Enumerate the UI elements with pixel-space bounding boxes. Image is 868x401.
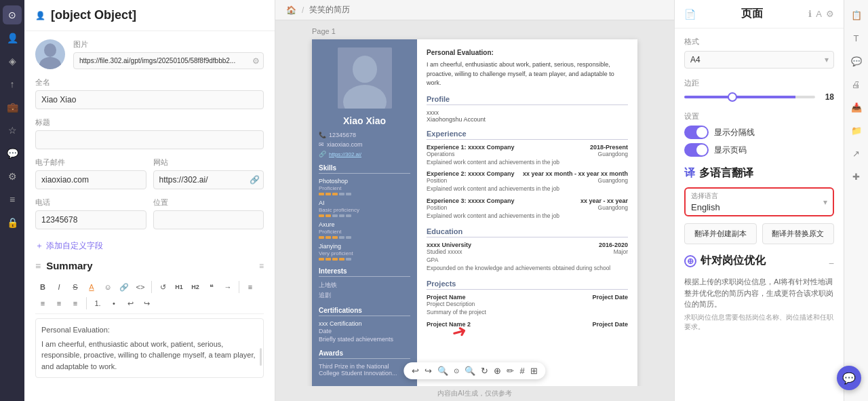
zoom-fit-btn[interactable]: ⊙ bbox=[454, 367, 459, 375]
website-link-icon[interactable]: 🔗 bbox=[250, 175, 260, 185]
table-btn[interactable]: ⊞ bbox=[530, 366, 538, 376]
align-left-btn[interactable]: ≡ bbox=[243, 280, 258, 294]
add-field-button[interactable]: ＋ 添加自定义字段 bbox=[35, 237, 264, 254]
lang-select-wrap: 选择语言 English Chinese Japanese Korean Fre… bbox=[684, 187, 834, 216]
fullname-section: 全名 bbox=[35, 77, 264, 109]
format-select[interactable]: A4 Letter A3 bbox=[684, 51, 834, 69]
unordered-list-btn[interactable]: • bbox=[106, 296, 121, 311]
margin-slider[interactable] bbox=[684, 96, 815, 98]
job-opt-collapse-btn[interactable]: − bbox=[829, 258, 834, 269]
email-input[interactable] bbox=[35, 170, 146, 189]
margin-value: 18 bbox=[821, 92, 834, 102]
grid-btn[interactable]: # bbox=[519, 366, 524, 376]
rs-icon-print[interactable]: 🖨 bbox=[847, 75, 866, 94]
bold-btn[interactable]: B bbox=[35, 280, 50, 294]
rs-icon-text[interactable]: T bbox=[847, 28, 866, 47]
left-panel: 👤 [object Object] 图片 ⚙ 全名 标题 bbox=[24, 0, 275, 401]
phone-input[interactable] bbox=[35, 210, 146, 229]
h2-btn[interactable]: H2 bbox=[188, 280, 203, 294]
phone-section: 电话 bbox=[35, 197, 146, 229]
expand-btn[interactable]: ⊕ bbox=[494, 366, 501, 376]
align-right-btn[interactable]: ≡ bbox=[52, 296, 66, 311]
multilang-section: 译 多语言翻译 选择语言 English Chinese Japanese Ko… bbox=[684, 166, 834, 244]
emoji-btn[interactable]: ☺ bbox=[100, 280, 115, 294]
language-icon[interactable]: A bbox=[816, 9, 822, 19]
cv-proj-2: Project Name 2Project Date bbox=[427, 321, 628, 328]
lang-select[interactable]: English Chinese Japanese Korean French S… bbox=[691, 202, 827, 212]
avatar-label: 图片 bbox=[73, 39, 264, 50]
summary-header: ≡ Summary ≡ bbox=[35, 260, 264, 271]
sidebar-icon-grid[interactable]: ◈ bbox=[3, 52, 22, 71]
zoom-out-btn[interactable]: 🔍 bbox=[437, 366, 448, 376]
align-center-btn[interactable]: ≡ bbox=[35, 296, 50, 311]
fullname-label: 全名 bbox=[35, 77, 264, 88]
zoom-in-btn[interactable]: 🔍 bbox=[465, 366, 475, 376]
rs-icon-plus[interactable]: ✚ bbox=[847, 167, 866, 186]
translate-replace-button[interactable]: 翻译并替换原文 bbox=[762, 223, 835, 244]
info-icon[interactable]: ℹ bbox=[808, 9, 812, 19]
cv-award-name: Third Prize in the National College Stud… bbox=[319, 363, 410, 377]
rs-icon-chat[interactable]: 💬 bbox=[847, 52, 866, 71]
link-btn[interactable]: 🔗 bbox=[117, 280, 132, 294]
strike-btn[interactable]: S bbox=[68, 280, 83, 294]
ordered-list-btn[interactable]: 1. bbox=[90, 296, 105, 311]
link-icon: 🔗 bbox=[319, 151, 326, 157]
avatar-url-copy-icon[interactable]: ⚙ bbox=[252, 56, 260, 66]
sidebar-icon-chat[interactable]: 💬 bbox=[3, 144, 22, 163]
fullname-input[interactable] bbox=[35, 90, 264, 109]
pen-btn[interactable]: ✏ bbox=[507, 366, 514, 376]
show-ruler-toggle[interactable] bbox=[684, 126, 709, 139]
sidebar-icon-home[interactable]: ⊙ bbox=[3, 5, 22, 24]
rs-icon-folder[interactable]: 📁 bbox=[847, 121, 866, 140]
undo-btn[interactable]: ↺ bbox=[155, 280, 170, 294]
sidebar-icon-star[interactable]: ☆ bbox=[3, 121, 22, 140]
indent-btn[interactable]: → bbox=[220, 280, 235, 294]
sidebar-icon-list[interactable]: ≡ bbox=[3, 190, 22, 209]
title-section: 标题 bbox=[35, 117, 264, 149]
location-input[interactable] bbox=[153, 210, 264, 229]
h1-btn[interactable]: H1 bbox=[172, 280, 186, 294]
italic-btn[interactable]: I bbox=[52, 280, 66, 294]
cv-certs-title: Certifications bbox=[319, 307, 410, 316]
cv-experience-section: Experience Experience 1: xxxxx Company20… bbox=[427, 130, 628, 221]
rs-icon-download[interactable]: 📥 bbox=[847, 98, 866, 117]
color-btn[interactable]: A bbox=[84, 280, 99, 294]
editor-area[interactable]: Personal Evaluation: I am cheerful, enth… bbox=[35, 318, 264, 378]
redo-tool-btn[interactable]: ↪ bbox=[425, 366, 432, 376]
undo2-btn[interactable]: ↩ bbox=[123, 296, 138, 311]
website-input[interactable] bbox=[153, 170, 264, 189]
editor-scrollbar[interactable] bbox=[260, 348, 262, 366]
page-label: Page 1 bbox=[312, 27, 637, 35]
code-btn[interactable]: <> bbox=[133, 280, 148, 294]
sidebar-icon-bag[interactable]: 💼 bbox=[3, 98, 22, 117]
location-section: 位置 bbox=[153, 197, 264, 229]
summary-section: ≡ Summary ≡ B I S A ☺ 🔗 <> ↺ H1 H2 ❝ → ≡ bbox=[35, 260, 264, 378]
right-panel-actions: ℹ A ⚙ bbox=[808, 9, 834, 19]
sidebar-icon-share[interactable]: ↑ bbox=[3, 75, 22, 94]
home-breadcrumb-icon[interactable]: 🏠 bbox=[286, 5, 296, 15]
page-title: [object Object] bbox=[51, 8, 136, 22]
right-panel: 📄 页面 ℹ A ⚙ 格式 A4 Letter A3 边距 18 bbox=[674, 0, 844, 401]
avatar-url-input[interactable] bbox=[73, 52, 264, 69]
rs-icon-clipboard[interactable]: 📋 bbox=[847, 5, 866, 24]
cv-cert-date: Date bbox=[319, 328, 410, 335]
cv-profile-text: xxxxXiaohongshu Account bbox=[427, 109, 628, 123]
translate-create-copy-button[interactable]: 翻译并创建副本 bbox=[684, 223, 757, 244]
gear-icon[interactable]: ⚙ bbox=[826, 9, 834, 19]
redo-btn[interactable]: ↪ bbox=[139, 296, 154, 311]
undo-tool-btn[interactable]: ↩ bbox=[412, 366, 419, 376]
sidebar-icon-settings[interactable]: ⚙ bbox=[3, 167, 22, 186]
sidebar-icon-user[interactable]: 👤 bbox=[3, 28, 22, 47]
rs-icon-expand[interactable]: ↗ bbox=[847, 144, 866, 163]
show-pagenum-toggle[interactable] bbox=[684, 143, 709, 157]
main-content: 🏠 / 笑笑的简历 Page 1 Xiao Xiao 📞 12345678 bbox=[275, 0, 674, 401]
title-input[interactable] bbox=[35, 130, 264, 149]
job-opt-plus-icon[interactable]: ⊕ bbox=[684, 255, 696, 267]
align-justify-btn[interactable]: ≡ bbox=[68, 296, 83, 311]
refresh-btn[interactable]: ↻ bbox=[481, 366, 488, 376]
quote-btn[interactable]: ❝ bbox=[204, 280, 219, 294]
chat-floating-button[interactable]: 💬 bbox=[837, 366, 861, 390]
svg-point-0 bbox=[44, 43, 56, 57]
summary-menu-icon[interactable]: ≡ bbox=[259, 261, 264, 271]
sidebar-icon-lock[interactable]: 🔒 bbox=[3, 213, 22, 232]
